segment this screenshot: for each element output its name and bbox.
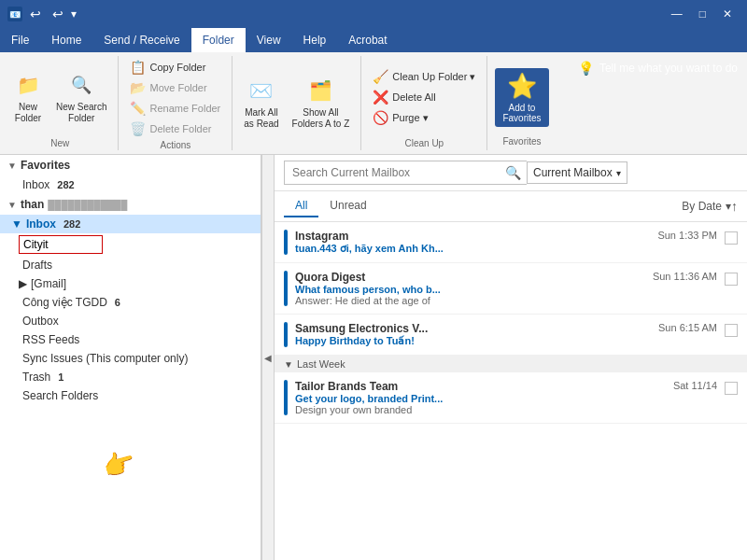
delete-folder-icon: 🗑️ [130,121,146,136]
cleanup-folder-button[interactable]: 🧹 Clean Up Folder ▾ [367,67,481,86]
trash-item[interactable]: Trash 1 [0,368,261,386]
purge-label: Purge ▾ [392,112,428,124]
account-arrow: ▼ [7,200,17,210]
rename-input[interactable] [19,235,103,254]
gmail-item[interactable]: ▶ [Gmail] [0,274,261,293]
unread-indicator-samsung [284,322,288,347]
tab-all[interactable]: All [284,195,318,217]
email-body-quora: Quora Digest Sun 11:36 AM What famous pe… [295,271,717,306]
unread-indicator-quora [284,271,288,306]
email-checkbox-instagram[interactable] [725,231,738,245]
email-sender-samsung: Samsung Electronics V... [295,322,428,335]
unread-indicator [284,230,288,255]
search-folders-label: Search Folders [22,389,98,402]
sort-direction-button[interactable]: ↑ [731,199,738,214]
delete-all-label: Delete All [392,91,435,103]
outbox-item[interactable]: Outbox [0,312,261,330]
drafts-item[interactable]: Drafts [0,256,261,274]
tab-unread[interactable]: Unread [318,195,377,217]
window-controls: — □ ✕ [664,6,740,22]
account-section: ▼ than ████████████ ▼ Inbox 282 Drafts ▶… [0,194,261,405]
new-search-folder-button[interactable]: 🔍 New SearchFolder [50,66,112,128]
email-time-quora: Sun 11:36 AM [653,271,717,282]
show-all-button[interactable]: 🗂️ Show AllFolders A to Z [287,72,356,133]
maximize-button[interactable]: □ [692,6,713,22]
menu-send-receive[interactable]: Send / Receive [92,28,190,52]
copy-folder-button[interactable]: 📋 Copy Folder [124,58,226,77]
ribbon-group-favorites: ⭐ Add toFavorites Favorites [487,56,556,150]
favorites-header[interactable]: ▼ Favorites [0,155,261,175]
add-to-favorites-button[interactable]: ⭐ Add toFavorites [495,68,548,127]
delete-folder-button[interactable]: 🗑️ Delete Folder [124,119,226,138]
favorites-label: Favorites [21,159,70,172]
last-week-label: Last Week [297,358,345,370]
menu-help[interactable]: Help [292,28,338,52]
email-quora[interactable]: Quora Digest Sun 11:36 AM What famous pe… [275,263,747,315]
favorites-inbox-count: 282 [57,179,74,190]
inbox-label: Inbox [26,217,56,231]
new-folder-icon: 📁 [13,70,43,100]
new-search-folder-label: New SearchFolder [56,102,106,124]
sidebar-collapse-bar[interactable]: ◀ [261,155,275,560]
trash-label: Trash [22,371,50,384]
email-time-instagram: Sun 1:33 PM [657,230,717,241]
cleanup-small-group: 🧹 Clean Up Folder ▾ ❌ Delete All 🚫 Purge… [367,67,481,127]
rename-folder-label: Rename Folder [149,103,220,114]
menu-folder[interactable]: Folder [191,28,246,52]
search-input[interactable] [285,162,500,183]
email-tailor[interactable]: Tailor Brands Team Sat 11/14 Get your lo… [275,372,747,424]
search-folders-item[interactable]: Search Folders [0,386,261,405]
favorites-inbox-item[interactable]: Inbox 282 [0,175,261,194]
rss-item[interactable]: RSS Feeds [0,330,261,349]
minimize-button[interactable]: — [664,6,690,22]
delete-all-button[interactable]: ❌ Delete All [367,88,481,106]
outbox-label: Outbox [22,315,59,328]
menu-acrobat[interactable]: Acrobat [337,28,398,52]
sort-control[interactable]: By Date ▾ [682,200,731,213]
rename-folder-button[interactable]: ✏️ Rename Folder [124,99,226,118]
new-folder-button[interactable]: 📁 NewFolder [7,66,49,128]
ribbon-group-mark: ✉️ Mark Allas Read 🗂️ Show AllFolders A … [233,56,361,150]
redo-button[interactable]: ↩ [49,5,67,23]
search-scope-dropdown[interactable]: Current Mailbox ▾ [527,161,627,184]
new-folder-label: NewFolder [15,102,41,124]
search-scope-arrow: ▾ [616,168,621,178]
tell-me-bar[interactable]: 💡 Tell me what you want to do [569,56,747,80]
ribbon-group-favorites-label: Favorites [502,136,541,147]
purge-button[interactable]: 🚫 Purge ▾ [367,108,481,127]
email-checkbox-tailor[interactable] [725,382,738,395]
email-sender-instagram: Instagram [295,230,348,243]
tell-me-icon: 💡 [578,61,594,76]
rss-label: RSS Feeds [22,333,79,346]
ribbon-group-actions-label: Actions [160,140,190,150]
close-button[interactable]: ✕ [715,6,740,22]
move-folder-button[interactable]: 📂 Move Folder [124,78,226,97]
email-body-samsung: Samsung Electronics V... Sun 6:15 AM Hap… [295,322,717,347]
inbox-item[interactable]: ▼ Inbox 282 [0,215,261,233]
mark-all-read-button[interactable]: ✉️ Mark Allas Read [238,72,284,133]
undo-button[interactable]: ↩ [26,5,45,23]
email-subject-tailor: Get your logo, branded Print... [295,393,717,404]
email-list: Instagram Sun 1:33 PM tuan.443 ơi, hãy x… [275,222,747,560]
menu-home[interactable]: Home [40,28,92,52]
quick-access-bar: ▾ [71,7,77,21]
favorites-section: ▼ Favorites Inbox 282 [0,155,261,194]
sync-item[interactable]: Sync Issues (This computer only) [0,349,261,368]
email-checkbox-quora[interactable] [725,273,738,286]
menu-file[interactable]: File [0,28,40,52]
account-label: than [21,198,44,211]
search-bar: 🔍 Current Mailbox ▾ [275,155,747,191]
email-samsung[interactable]: Samsung Electronics V... Sun 6:15 AM Hap… [275,315,747,356]
congviec-item[interactable]: Công việc TGDD 6 [0,293,261,312]
account-header[interactable]: ▼ than ████████████ [0,194,261,215]
email-preview-quora: Answer: He died at the age of [295,295,717,306]
email-checkbox-samsung[interactable] [725,324,738,337]
email-body-instagram: Instagram Sun 1:33 PM tuan.443 ơi, hãy x… [295,230,717,255]
menu-view[interactable]: View [246,28,292,52]
delete-all-icon: ❌ [373,90,388,105]
app-body: ▼ Favorites Inbox 282 ▼ than ███████████… [0,155,747,560]
email-instagram[interactable]: Instagram Sun 1:33 PM tuan.443 ơi, hãy x… [275,222,747,263]
search-button[interactable]: 🔍 [500,161,527,184]
email-body-tailor: Tailor Brands Team Sat 11/14 Get your lo… [295,380,717,415]
favorites-arrow: ▼ [7,161,17,171]
